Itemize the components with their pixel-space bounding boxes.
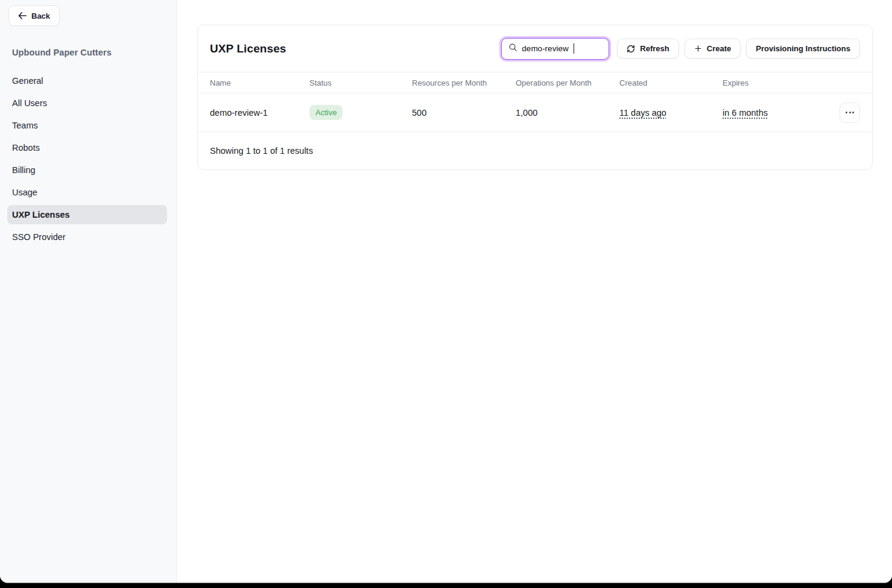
create-button-label: Create — [707, 44, 731, 53]
table-header: Name Status Resources per Month Operatio… — [198, 72, 872, 93]
search-input-value: demo-review — [522, 44, 568, 53]
provisioning-instructions-label: Provisioning Instructions — [756, 44, 850, 53]
sidebar-item-usage[interactable]: Usage — [7, 183, 167, 202]
sidebar-item-uxp-licenses[interactable]: UXP Licenses — [7, 205, 167, 224]
sidebar-item-general[interactable]: General — [7, 71, 167, 90]
column-header-resources: Resources per Month — [412, 78, 516, 87]
license-expires: in 6 months — [723, 108, 840, 118]
arrow-left-icon — [18, 12, 27, 19]
column-header-created: Created — [619, 78, 723, 87]
search-icon — [508, 43, 517, 54]
sidebar-item-teams[interactable]: Teams — [7, 116, 167, 135]
refresh-icon — [627, 45, 635, 53]
card-header: UXP Licenses demo-review — [198, 25, 872, 72]
refresh-button-label: Refresh — [640, 44, 669, 53]
refresh-button[interactable]: Refresh — [617, 39, 678, 58]
card-footer: Showing 1 to 1 of 1 results — [198, 132, 872, 169]
license-created: 11 days ago — [619, 108, 723, 118]
provisioning-instructions-button[interactable]: Provisioning Instructions — [746, 39, 860, 58]
sidebar-item-sso-provider[interactable]: SSO Provider — [7, 227, 167, 247]
back-button-label: Back — [31, 11, 50, 21]
create-button[interactable]: Create — [685, 39, 741, 58]
column-header-status: Status — [309, 78, 412, 87]
license-operations-per-month: 1,000 — [516, 108, 619, 118]
search-input[interactable]: demo-review — [501, 38, 609, 60]
column-header-name: Name — [210, 78, 309, 87]
expires-relative-date[interactable]: in 6 months — [723, 108, 768, 118]
sidebar-item-robots[interactable]: Robots — [7, 138, 167, 157]
header-actions: demo-review Refresh — [501, 38, 860, 60]
uxp-licenses-card: UXP Licenses demo-review — [197, 25, 873, 170]
results-summary: Showing 1 to 1 of 1 results — [210, 146, 313, 156]
column-header-operations: Operations per Month — [516, 78, 619, 87]
sidebar-item-billing[interactable]: Billing — [7, 160, 167, 180]
sidebar: Back Upbound Paper Cutters General All U… — [0, 0, 177, 583]
text-caret — [574, 43, 575, 54]
org-title: Upbound Paper Cutters — [12, 48, 176, 57]
ellipsis-icon — [846, 112, 854, 113]
back-button[interactable]: Back — [8, 5, 60, 26]
license-name: demo-review-1 — [210, 108, 309, 118]
license-resources-per-month: 500 — [412, 108, 516, 118]
license-status: Active — [309, 105, 412, 120]
row-menu-button[interactable] — [840, 103, 860, 123]
row-actions — [840, 103, 860, 123]
app-window: Back Upbound Paper Cutters General All U… — [0, 0, 892, 583]
sidebar-nav: General All Users Teams Robots Billing U… — [0, 71, 176, 247]
created-relative-date[interactable]: 11 days ago — [619, 108, 666, 118]
status-badge: Active — [309, 105, 343, 120]
plus-icon — [694, 45, 702, 52]
table-row: demo-review-1 Active 500 1,000 11 days a… — [198, 93, 872, 132]
page-title: UXP Licenses — [210, 42, 286, 55]
main-content: UXP Licenses demo-review — [177, 0, 892, 583]
column-header-expires: Expires — [723, 78, 840, 87]
sidebar-item-all-users[interactable]: All Users — [7, 93, 167, 113]
